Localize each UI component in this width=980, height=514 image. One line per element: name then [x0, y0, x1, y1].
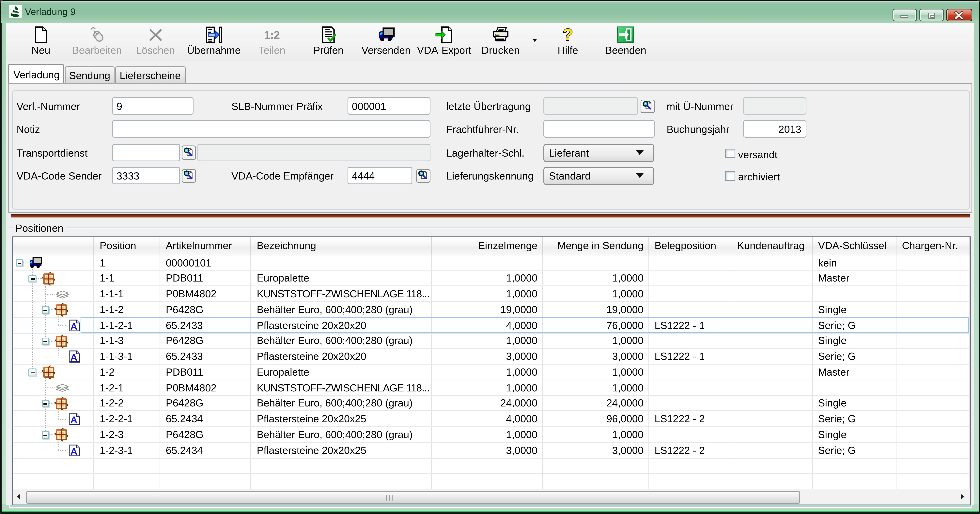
svg-text:A: A	[70, 415, 77, 425]
svg-text:A: A	[70, 352, 77, 363]
svg-text:?: ?	[563, 26, 573, 43]
svg-text:A: A	[70, 446, 77, 457]
svg-text:A: A	[70, 321, 77, 332]
